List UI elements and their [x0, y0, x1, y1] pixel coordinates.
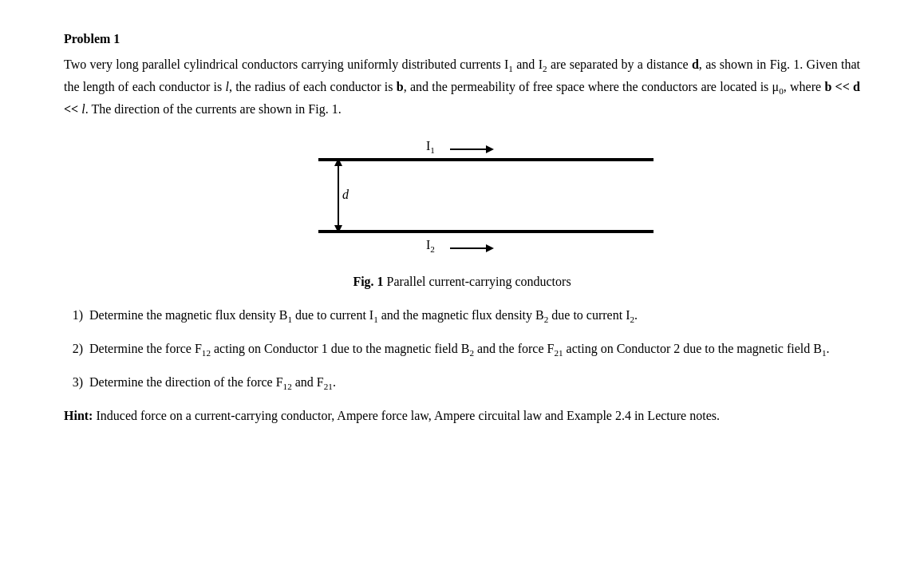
- label-d: d: [342, 188, 349, 202]
- arrow-i1: [450, 145, 494, 153]
- title-text: Problem 1: [64, 32, 120, 46]
- arrow-line-vertical: [338, 166, 339, 225]
- vertical-arrow-d: [334, 158, 342, 233]
- question-3: 3) Determine the direction of the force …: [64, 372, 860, 394]
- hint-text: Induced force on a current-carrying cond…: [96, 409, 720, 422]
- q2-number: 2): [64, 339, 83, 361]
- conductor-lower: [318, 230, 654, 233]
- question-2: 2) Determine the force F12 acting on Con…: [64, 339, 860, 361]
- figure-container: d I1 I2 Fig. 1 Parallel current-carrying…: [263, 136, 661, 289]
- q3-number: 3): [64, 372, 83, 394]
- label-i1: I1: [426, 139, 435, 155]
- arrow-line-i1: [450, 148, 486, 150]
- q2-text: Determine the force F12 acting on Conduc…: [89, 339, 860, 361]
- q3-text: Determine the direction of the force F12…: [89, 372, 860, 394]
- intro-paragraph: Two very long parallel cylindrical condu…: [64, 54, 860, 120]
- arrow-up: [334, 158, 342, 166]
- conductors-diagram: d I1 I2: [270, 136, 654, 263]
- conductor-upper: [318, 158, 654, 161]
- question-1: 1) Determine the magnetic flux density B…: [64, 305, 860, 327]
- hint-label: Hint:: [64, 409, 93, 422]
- figure-caption: Fig. 1 Parallel current-carrying conduct…: [353, 275, 571, 289]
- problem-title: Problem 1: [64, 32, 860, 46]
- arrow-line-i2: [450, 247, 486, 249]
- hint-section: Hint: Induced force on a current-carryin…: [64, 406, 860, 426]
- arrowhead-i1: [486, 145, 494, 153]
- q1-number: 1): [64, 305, 83, 327]
- fig-text: Parallel current-carrying conductors: [387, 275, 571, 288]
- arrowhead-i2: [486, 244, 494, 252]
- label-i2: I2: [426, 238, 435, 254]
- q1-text: Determine the magnetic flux density B1 d…: [89, 305, 860, 327]
- arrow-i2: [450, 244, 494, 252]
- questions-section: 1) Determine the magnetic flux density B…: [64, 305, 860, 394]
- fig-label: Fig. 1: [353, 275, 383, 288]
- arrow-down: [334, 225, 342, 233]
